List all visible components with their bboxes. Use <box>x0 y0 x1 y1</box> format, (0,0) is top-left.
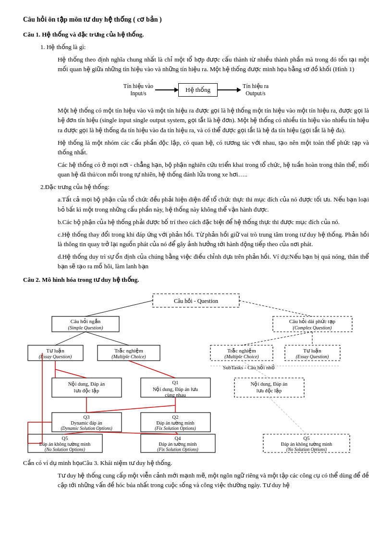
svg-text:Dynamic đáp án: Dynamic đáp án <box>71 420 102 426</box>
svg-text:Q5: Q5 <box>304 436 310 441</box>
svg-text:Q2: Q2 <box>172 414 179 420</box>
svg-rect-35 <box>234 378 304 397</box>
svg-text:Q1: Q1 <box>172 380 179 385</box>
svg-text:Q4: Q4 <box>175 436 182 441</box>
main-title: Câu hỏi ôn tập môn tư duy hệ thống ( cơ … <box>23 14 369 25</box>
input-label: Tín hiệu vào <box>123 83 153 90</box>
svg-text:Trắc nghiệm: Trắc nghiệm <box>227 348 256 354</box>
svg-text:(Simple Question): (Simple Question) <box>68 325 103 331</box>
svg-text:Nội dung, Đáp án: Nội dung, Đáp án <box>68 381 105 387</box>
svg-text:(Multiple Choice): (Multiple Choice) <box>111 354 146 360</box>
svg-text:(No Solution Options): (No Solution Options) <box>45 447 85 452</box>
svg-line-40 <box>129 361 175 378</box>
q3-label: Cần có ví dụ minh họaCâu 3. Khái niệm tư… <box>23 458 369 468</box>
svg-text:lưu độc lập: lưu độc lập <box>257 388 282 394</box>
svg-text:Đáp án không tường minh: Đáp án không tường minh <box>39 441 90 447</box>
svg-text:(Complex Question): (Complex Question) <box>293 325 332 331</box>
q1-label: Câu 1. Hệ thống và đặc trưng của hệ thốn… <box>23 30 369 39</box>
svg-text:Tư luận: Tư luận <box>303 348 321 354</box>
svg-text:Nội dung, Đáp án lưu: Nội dung, Đáp án lưu <box>153 387 198 392</box>
q1-c: c.Hệ thống thay đổi trong khi đáp ứng vớ… <box>58 230 369 249</box>
svg-text:Nội dung, Đáp án: Nội dung, Đáp án <box>251 381 288 387</box>
svg-text:Trắc nghiệm: Trắc nghiệm <box>114 348 143 354</box>
svg-line-8 <box>86 301 153 316</box>
svg-line-52 <box>86 405 175 413</box>
svg-rect-28 <box>52 378 122 397</box>
svg-line-65 <box>65 432 86 434</box>
svg-text:Q5: Q5 <box>62 436 68 441</box>
q1-p3: Hệ thống là một nhóm các cấu phần độc lậ… <box>58 138 369 157</box>
svg-line-24 <box>242 332 312 345</box>
svg-line-39 <box>55 369 86 378</box>
svg-text:(Essay Question): (Essay Question) <box>39 354 72 360</box>
q1-p2: Một hệ thống có một tín hiệu vào và một … <box>58 106 369 135</box>
svg-line-67 <box>86 432 178 434</box>
svg-text:(Essay Question): (Essay Question) <box>296 354 329 360</box>
svg-line-23 <box>86 332 129 345</box>
svg-text:lưu độc lập: lưu độc lập <box>74 388 99 394</box>
q1-p1: Hệ thống theo định nghĩa chung nhất là c… <box>58 55 369 74</box>
q3-p1: Tư duy hệ thống cung cấp một viễn cảnh m… <box>58 471 369 490</box>
flow-diagram: Câu hỏi - Question Câu hỏi ngắn (Simple … <box>23 290 369 453</box>
svg-text:(Fix Solution Options): (Fix Solution Options) <box>155 426 196 431</box>
q1-sub2: 2.Đặc trưng của hệ thống: <box>40 182 369 192</box>
output-sub: Output/s <box>245 90 265 97</box>
svg-text:Câu hỏi - Question: Câu hỏi - Question <box>174 298 218 304</box>
svg-text:cùng nhau: cùng nhau <box>165 392 186 398</box>
svg-text:(Dynamic Solution Options): (Dynamic Solution Options) <box>61 426 112 431</box>
q1-p4: Các hệ thống có ở mọi nơi - chẳng hạn, b… <box>58 160 369 179</box>
svg-text:(Multiple Choice): (Multiple Choice) <box>224 354 259 360</box>
block-diagram: Tín hiệu vào Input/s Hệ thống Tín hiệu r… <box>23 83 369 97</box>
q1-sub1: 1. Hệ thống là gì: <box>40 42 369 52</box>
svg-text:Đáp án tường minh: Đáp án tường minh <box>159 441 197 447</box>
svg-text:Câu hỏi dài phức tạp: Câu hỏi dài phức tạp <box>289 318 336 325</box>
svg-text:Câu hỏi ngắn: Câu hỏi ngắn <box>71 318 101 324</box>
svg-text:(Fix Solution Options): (Fix Solution Options) <box>157 447 198 452</box>
svg-line-22 <box>55 332 86 345</box>
q1-b: b.Các bộ phận của hệ thống phải được bố … <box>58 217 369 227</box>
q1-a: a.Tất cả mọi bộ phận của tổ chức đều phả… <box>58 195 369 214</box>
svg-line-68 <box>269 397 306 434</box>
flow-svg: Câu hỏi - Question Câu hỏi ngắn (Simple … <box>23 290 369 453</box>
system-box-label: Hệ thống <box>185 86 210 93</box>
svg-text:Tư luận: Tư luận <box>46 348 64 354</box>
svg-text:Q3: Q3 <box>84 414 90 420</box>
page-title: Câu hỏi ôn tập môn tư duy hệ thống ( cơ … <box>23 14 369 25</box>
input-sub: Input/s <box>130 90 146 97</box>
q2-label: Câu 2. Mô hình hóa trong tư duy hệ thống… <box>23 275 369 285</box>
svg-text:(No Solution Options): (No Solution Options) <box>286 447 327 452</box>
svg-text:Đáp án không tường minh: Đáp án không tường minh <box>281 441 332 447</box>
system-box: Hệ thống <box>178 83 218 97</box>
svg-line-9 <box>239 301 312 316</box>
q1-d: d.Hệ thống duy trì sự ổn định của chúng … <box>58 252 369 271</box>
output-label: Tín hiệu ra <box>243 83 269 90</box>
svg-text:Đáp án tường minh: Đáp án tường minh <box>157 420 195 426</box>
